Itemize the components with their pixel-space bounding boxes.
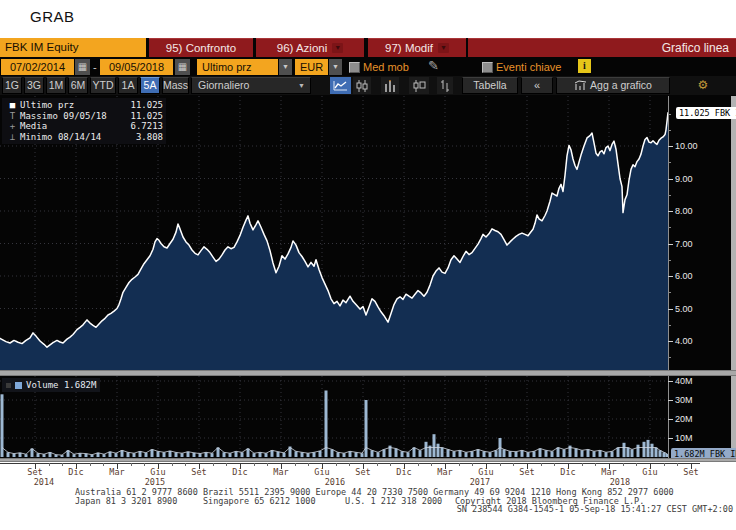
x-axis-minor-tick [623,463,624,466]
range-6m-button[interactable]: 6M [68,77,88,94]
massimo-mark-icon: T [5,111,20,122]
legend-value: 11.025 [130,100,163,111]
date-from-input[interactable]: 07/02/2014 [1,59,74,75]
chevron-down-icon: ▼ [298,78,305,93]
month-label: Set [346,467,380,477]
y-axis-tick [668,276,673,277]
y-axis-tick [668,179,673,180]
y-axis-tick [668,341,673,342]
legend-row-ultimo: ■ Ultimo prz 11.025 [5,100,163,111]
gear-icon[interactable]: ⚙ [692,77,714,94]
calendar-icon[interactable]: ▦ [175,59,190,75]
x-axis-minor-tick [636,463,637,466]
line-chart-type-button[interactable] [330,77,351,94]
year-label: 2016 [318,477,352,487]
y-axis-label: 9.00 [675,174,693,184]
ohlc-chart-type-button[interactable] [409,77,429,94]
mass-button[interactable]: Mass [162,77,189,94]
range-1a-button[interactable]: 1A [118,77,138,94]
month-label: Giu [469,467,503,477]
footer-us: U.S. 1 212 318 2000 [345,496,442,506]
month-label: Mar [264,467,298,477]
media-mark-icon: + [5,121,20,132]
range-3g-button[interactable]: 3G [24,77,44,94]
range-1g-button[interactable]: 1G [2,77,22,94]
x-axis-minor-tick [418,463,419,466]
volume-axis-label: 40M [675,376,693,386]
footer-serial: SN 238544 G384-1545-1 05-Sep-18 15:41:27… [457,504,733,514]
chevron-down-icon: ▼ [332,43,343,53]
month-label: Giu [633,467,667,477]
legend-row-media: + Media 6.7213 [5,121,163,132]
volume-axis-tick [668,438,673,439]
currency-select[interactable]: EUR [295,59,328,75]
bloomberg-terminal-window: GRAB FBK IM Equity 95) Confronto 96) Azi… [0,0,736,530]
calendar-icon[interactable]: ▦ [75,59,90,75]
info-icon[interactable]: i [578,59,591,73]
menu-modif-label: 97) Modif [385,39,433,57]
y-axis-tick [668,292,671,293]
x-axis-minor-tick [472,463,473,466]
y-axis-tick [668,309,673,310]
menu-azioni-button[interactable]: 96) Azioni ▼ [256,38,364,57]
y-axis-label: 6.00 [675,271,693,281]
volume-legend-label: Volume 1.682M [26,380,96,390]
date-to-input[interactable]: 09/05/2018 [100,59,173,75]
candle-chart-type-button[interactable] [353,77,371,94]
x-axis-minor-tick [349,463,350,466]
legend-toggle-icon[interactable] [6,383,11,388]
month-label: Set [18,467,52,477]
y-axis-tick [668,357,671,358]
range-5a-button-selected[interactable]: 5A [140,77,160,94]
eventi-chiave-label: Eventi chiave [496,59,561,75]
menu-confronto-button[interactable]: 95) Confronto [149,38,253,57]
menu-modif-button[interactable]: 97) Modif ▼ [368,38,466,57]
volume-axis-tick [668,419,673,420]
pencil-icon[interactable]: ✎ [428,58,439,74]
volume-axis-tick [668,381,673,382]
month-label: Dic [59,467,93,477]
collapse-button[interactable]: « [521,77,553,94]
menu-confronto-label: 95) Confronto [166,39,236,57]
med-mob-checkbox[interactable] [349,62,360,73]
y-axis-label: 5.00 [675,304,693,314]
x-axis-minor-tick [226,463,227,466]
period-select[interactable]: Giornaliero ▼ [191,77,311,94]
range-1m-button[interactable]: 1M [46,77,66,94]
tick-chart-type-button[interactable] [437,77,453,94]
volume-axis-tick [668,400,673,401]
eventi-chiave-checkbox[interactable] [482,62,493,73]
price-axis: 4.005.006.007.008.009.0010.00 [668,96,736,370]
function-title: Grafico linea [468,38,736,57]
x-axis-minor-tick [459,463,460,466]
volume-legend: Volume 1.682M [2,378,100,392]
add-to-chart-button[interactable]: Agg a grafico [556,77,670,94]
volume-square-icon [15,382,22,389]
line-chart-icon [333,80,348,91]
candlestick-icon [356,80,368,92]
bar-chart-type-button[interactable] [381,77,399,94]
legend-label: Minimo 08/14/14 [20,132,101,143]
year-label: 2017 [463,477,497,487]
month-label: Mar [592,467,626,477]
ticker-input[interactable]: FBK IM Equity [0,38,146,57]
chevron-down-icon[interactable]: ▼ [279,59,292,75]
volume-axis: 10M20M30M40M [668,376,736,458]
tabella-button[interactable]: Tabella [462,77,518,94]
y-axis-label: 10.00 [675,141,698,151]
legend-row-massimo: T Massimo 09/05/18 11.025 [5,111,163,122]
month-label: Set [182,467,216,477]
price-type-select[interactable]: Ultimo prz [197,59,278,75]
x-axis-minor-tick [582,463,583,466]
chevron-down-icon[interactable]: ▼ [329,59,342,75]
x-axis-minor-tick [254,463,255,466]
x-axis-minor-tick [144,463,145,466]
volume-axis-label: 10M [675,433,693,443]
range-ytd-button[interactable]: YTD [90,77,116,94]
x-axis-minor-tick [103,463,104,466]
x-axis-minor-tick [513,463,514,466]
x-axis-minor-tick [213,463,214,466]
x-axis-minor-tick [185,463,186,466]
x-axis-minor-tick [677,463,678,466]
y-axis-label: 4.00 [675,336,693,346]
